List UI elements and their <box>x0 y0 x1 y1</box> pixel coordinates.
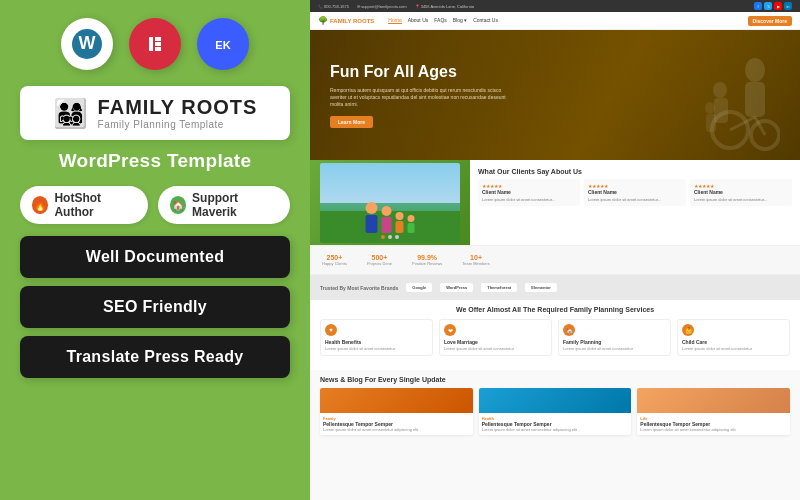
carousel-dot-3 <box>395 235 399 239</box>
twitter-social-icon: 𝕏 <box>764 2 772 10</box>
mock-blog: News & Blog For Every Single Update Fami… <box>310 370 800 500</box>
svg-rect-3 <box>149 37 153 51</box>
logo-subtitle: Family Planning Template <box>98 119 258 130</box>
blog-img-2 <box>479 388 632 413</box>
mock-hero-title: Fun For All Ages <box>330 62 510 81</box>
mock-family-photo <box>310 160 470 245</box>
nav-faqs: FAQs <box>434 17 447 24</box>
service-title-3: Family Planning <box>563 339 601 345</box>
linkedin-social-icon: in <box>784 2 792 10</box>
badges-row: 🔥 HotShot Author 🏠 Support Maverik <box>20 186 290 224</box>
support-maverik-badge: 🏠 Support Maverik <box>158 186 290 224</box>
service-card-4: 👶 Child Care Lorem ipsum dolor sit amet … <box>677 319 790 356</box>
mock-stats-bar: 250+ Happy Clients 500+ Projects Done 99… <box>310 245 800 275</box>
blog-content-2: Health Pellentesque Tempor Semper Lorem … <box>479 413 632 435</box>
blog-img-1 <box>320 388 473 413</box>
mock-nav-logo: 🌳 FAMILY ROOTS <box>318 16 374 25</box>
mock-service-cards: ♥ Health Benefits Lorem ipsum dolor sit … <box>320 319 790 356</box>
hero-silhouette-icon <box>700 40 780 160</box>
testimonial-name-2: Client Name <box>588 189 682 195</box>
blog-card-3: Life Pellentesque Tempor Semper Lorem ip… <box>637 388 790 435</box>
support-label: Support Maverik <box>192 191 278 219</box>
testimonial-text-2: Lorem ipsum dolor sit amet consectetur..… <box>588 197 682 202</box>
logo-box: 👨‍👩‍👧‍👦 FAMILY ROOTS Family Planning Tem… <box>20 86 290 140</box>
mock-testimonials: What Our Clients Say About Us ★★★★★ Clie… <box>470 160 800 245</box>
ek-icon: EK <box>197 18 249 70</box>
svg-point-12 <box>751 121 779 149</box>
stat-num-3: 99.9% <box>417 254 437 261</box>
mock-nav: 🌳 FAMILY ROOTS Home About Us FAQs Blog ▾… <box>310 12 800 30</box>
stat-happy-clients: 250+ Happy Clients <box>322 254 347 266</box>
testimonial-card-2: ★★★★★ Client Name Lorem ipsum dolor sit … <box>584 179 686 206</box>
blog-img-3 <box>637 388 790 413</box>
stat-team: 10+ Team Members <box>462 254 490 266</box>
brand-google: Google <box>406 283 432 292</box>
mock-trusted-brands: Trusted By Most Favorite Brands Google W… <box>310 275 800 300</box>
stat-reviews: 99.9% Positive Reviews <box>412 254 442 266</box>
mock-nav-logo-text: FAMILY ROOTS <box>330 18 374 24</box>
carousel-dot-2 <box>388 235 392 239</box>
service-icon-2: ❤ <box>444 324 456 336</box>
blog-content-1: Family Pellentesque Tempor Semper Lorem … <box>320 413 473 435</box>
svg-rect-5 <box>155 42 161 46</box>
blog-text-2: Lorem ipsum dolor sit amet consectetur a… <box>482 427 629 432</box>
logo-icon: 👨‍👩‍👧‍👦 <box>53 97 88 130</box>
mock-address: 📍 3456 Avenida Lane, California <box>415 4 474 9</box>
wp-template-label: WordPress Template <box>59 150 252 172</box>
testimonial-card-1: ★★★★★ Client Name Lorem ipsum dolor sit … <box>478 179 580 206</box>
service-title-1: Health Benefits <box>325 339 361 345</box>
elementor-icon <box>129 18 181 70</box>
mock-hero-content: Fun For All Ages Remporrisa autem quisqu… <box>330 62 510 128</box>
nav-blog: Blog ▾ <box>453 17 467 24</box>
service-title-2: Love Marriage <box>444 339 478 345</box>
mock-carousel-dots <box>381 231 399 243</box>
mock-topbar: 📞 000-758-1675 ✉ support@familyroots.com… <box>310 0 800 12</box>
hotshot-label: HotShot Author <box>54 191 135 219</box>
svg-point-9 <box>745 58 765 82</box>
mock-email: ✉ support@familyroots.com <box>357 4 407 9</box>
hotshot-author-badge: 🔥 HotShot Author <box>20 186 148 224</box>
mock-phone: 📞 000-758-1675 <box>318 4 349 9</box>
blog-text-1: Lorem ipsum dolor sit amet consectetur a… <box>323 427 470 432</box>
brand-wordpress: WordPress <box>440 283 473 292</box>
nav-about: About Us <box>408 17 429 24</box>
seo-friendly-button[interactable]: SEO Friendly <box>20 286 290 328</box>
hotshot-icon: 🔥 <box>32 196 48 214</box>
facebook-social-icon: f <box>754 2 762 10</box>
testimonial-text-3: Lorem ipsum dolor sit amet consectetur..… <box>694 197 788 202</box>
mock-hero: Fun For All Ages Remporrisa autem quisqu… <box>310 30 800 160</box>
mock-nav-cta: Discover More <box>748 16 792 26</box>
testimonial-name-3: Client Name <box>694 189 788 195</box>
logo-text-block: FAMILY ROOTS Family Planning Template <box>98 96 258 130</box>
svg-text:W: W <box>79 33 96 53</box>
svg-rect-10 <box>745 82 765 117</box>
left-panel: W EK 👨‍👩‍👧‍👦 FAMILY ROOTS Family Plannin… <box>0 0 310 500</box>
service-title-4: Child Care <box>682 339 707 345</box>
nav-home: Home <box>388 17 401 24</box>
mock-testimonials-title: What Our Clients Say About Us <box>478 168 792 175</box>
service-icon-4: 👶 <box>682 324 694 336</box>
mock-hero-cta: Learn More <box>330 116 373 128</box>
testimonial-name-1: Client Name <box>482 189 576 195</box>
svg-rect-16 <box>714 98 728 123</box>
service-text-3: Lorem ipsum dolor sit amet consectetur <box>563 346 633 351</box>
stat-label-3: Positive Reviews <box>412 261 442 266</box>
service-icon-1: ♥ <box>325 324 337 336</box>
translate-press-ready-button[interactable]: Translate Press Ready <box>20 336 290 378</box>
stat-num-4: 10+ <box>470 254 482 261</box>
brand-themeforest: Themeforest <box>481 283 517 292</box>
testimonial-card-3: ★★★★★ Client Name Lorem ipsum dolor sit … <box>690 179 792 206</box>
blog-text-3: Lorem ipsum dolor sit amet consectetur a… <box>640 427 787 432</box>
platform-icons-row: W EK <box>61 18 249 70</box>
mock-family-section: What Our Clients Say About Us ★★★★★ Clie… <box>310 160 800 245</box>
svg-rect-18 <box>706 114 716 132</box>
service-card-1: ♥ Health Benefits Lorem ipsum dolor sit … <box>320 319 433 356</box>
stat-label-2: Projects Done <box>367 261 392 266</box>
stat-projects: 500+ Projects Done <box>367 254 392 266</box>
well-documented-button[interactable]: Well Documented <box>20 236 290 278</box>
youtube-social-icon: ▶ <box>774 2 782 10</box>
mock-services: We Offer Almost All The Required Family … <box>310 300 800 370</box>
logo-title: FAMILY ROOTS <box>98 96 258 119</box>
mock-blog-title: News & Blog For Every Single Update <box>320 376 790 383</box>
stat-label-1: Happy Clients <box>322 261 347 266</box>
